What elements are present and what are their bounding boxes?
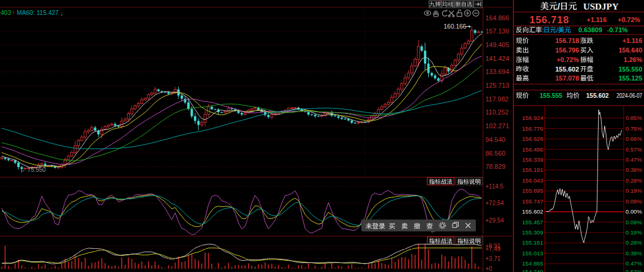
svg-text:2024-06-07: 2024-06-07 — [617, 92, 642, 99]
svg-text:0.28%: 0.28% — [626, 239, 642, 246]
svg-text:155.161: 155.161 — [522, 239, 543, 246]
svg-text:+29.54: +29.54 — [485, 217, 504, 224]
svg-text:0.47%: 0.47% — [626, 260, 642, 267]
svg-text:149.405: 149.405 — [485, 41, 509, 48]
svg-text:403: 403 — [1, 9, 11, 16]
svg-text:155.550: 155.550 — [618, 66, 642, 73]
svg-text::: : — [542, 26, 544, 33]
svg-text:155.457: 155.457 — [522, 219, 543, 225]
svg-text:94.540: 94.540 — [485, 136, 506, 143]
svg-text:157.078: 157.078 — [555, 75, 579, 82]
svg-text:155.125: 155.125 — [618, 75, 642, 82]
svg-text:+7.49: +7.49 — [485, 246, 501, 252]
svg-text:0.57%: 0.57% — [626, 268, 642, 272]
svg-text:156.339: 156.339 — [522, 156, 543, 163]
svg-text:0.63809: 0.63809 — [578, 26, 602, 33]
svg-text:110.252: 110.252 — [485, 109, 509, 116]
svg-text:0.38%: 0.38% — [626, 250, 642, 256]
svg-text:MA60: 115.427: MA60: 115.427 — [17, 9, 59, 16]
svg-text:141.424: 141.424 — [485, 55, 509, 62]
svg-text:133.694: 133.694 — [485, 68, 509, 75]
svg-text:+72.54: +72.54 — [485, 200, 504, 206]
svg-text:155.602: 155.602 — [555, 66, 579, 73]
svg-text:0.00%: 0.00% — [626, 208, 642, 215]
svg-text:↑: ↑ — [12, 9, 15, 16]
svg-text:78.829: 78.829 — [485, 163, 506, 170]
svg-text:+0.72%: +0.72% — [618, 16, 640, 23]
svg-text:86.560: 86.560 — [485, 150, 506, 157]
svg-text:125.713: 125.713 — [485, 82, 509, 89]
svg-text:0.09%: 0.09% — [626, 198, 642, 205]
svg-text:0.38%: 0.38% — [626, 166, 642, 173]
svg-text:-0.71%: -0.71% — [607, 26, 628, 33]
svg-text:156.718: 156.718 — [530, 14, 569, 25]
svg-text:0.09%: 0.09% — [626, 219, 642, 225]
svg-text:102.271: 102.271 — [485, 122, 509, 129]
svg-text:156.043: 156.043 — [522, 177, 544, 184]
svg-text:156.776: 156.776 — [522, 125, 544, 132]
svg-text:0.19%: 0.19% — [626, 187, 642, 194]
svg-text:156.486: 156.486 — [522, 146, 544, 153]
svg-text:+1.116: +1.116 — [623, 37, 642, 44]
svg-text:+1.116: +1.116 — [587, 16, 606, 23]
svg-text:0.28%: 0.28% — [626, 177, 642, 184]
svg-text:/: / — [558, 2, 560, 11]
svg-text:156.924: 156.924 — [522, 115, 544, 121]
svg-text:+0: +0 — [485, 265, 493, 272]
svg-text:156.718: 156.718 — [555, 37, 579, 44]
svg-text:155.013: 155.013 — [522, 250, 544, 256]
svg-text:154.865: 154.865 — [522, 260, 544, 267]
svg-text:0.19%: 0.19% — [626, 229, 642, 236]
svg-text:USDJPY: USDJPY — [583, 1, 618, 11]
svg-text:164.866: 164.866 — [485, 14, 509, 21]
svg-text:156.796: 156.796 — [555, 47, 579, 54]
svg-text:↓: ↓ — [60, 10, 63, 17]
svg-text:1.26%: 1.26% — [624, 56, 642, 63]
svg-text:0.75%: 0.75% — [626, 125, 642, 132]
svg-text:0.57%: 0.57% — [626, 146, 642, 153]
svg-text:0.66%: 0.66% — [626, 135, 642, 142]
svg-text:156.191: 156.191 — [522, 166, 543, 173]
svg-text:117.982: 117.982 — [485, 95, 509, 103]
svg-text:155.602: 155.602 — [522, 208, 543, 215]
svg-text:+114.5: +114.5 — [485, 183, 504, 190]
svg-text:←75.550: ←75.550 — [21, 166, 46, 173]
svg-text:156.640: 156.640 — [618, 47, 642, 54]
svg-text:155.747: 155.747 — [522, 198, 543, 205]
svg-text:156.628: 156.628 — [522, 135, 544, 142]
svg-text:0.85%: 0.85% — [626, 115, 642, 121]
svg-text:155.555: 155.555 — [540, 92, 562, 99]
svg-text:155.309: 155.309 — [522, 229, 543, 236]
svg-text:+0.72%: +0.72% — [556, 56, 579, 63]
svg-text:0.47%: 0.47% — [626, 156, 642, 163]
svg-text:+3.71: +3.71 — [485, 255, 501, 262]
svg-text:155.895: 155.895 — [522, 187, 544, 194]
svg-text:157.136: 157.136 — [485, 27, 509, 35]
svg-text:154.740: 154.740 — [522, 268, 544, 272]
svg-text:155.602: 155.602 — [586, 92, 609, 99]
svg-text:160.166: 160.166 — [444, 23, 466, 30]
